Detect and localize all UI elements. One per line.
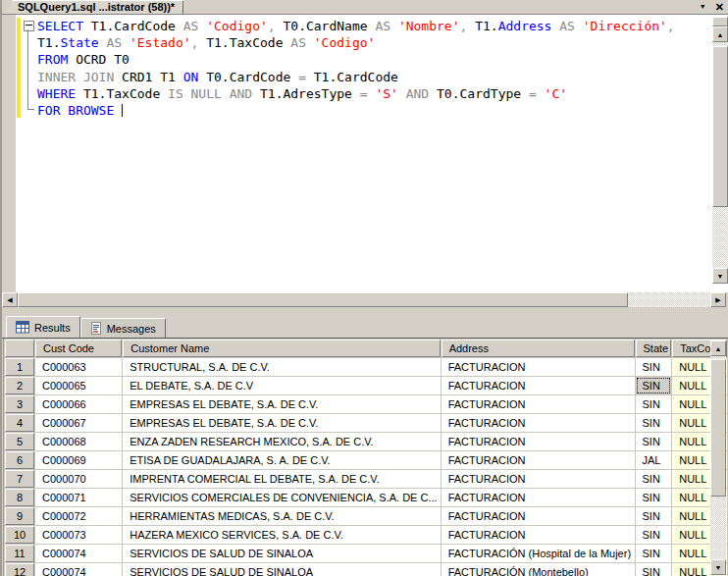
cell-state[interactable]: SIN bbox=[636, 358, 672, 376]
cell-state[interactable]: JAL bbox=[636, 451, 672, 469]
row-number-button[interactable]: 2 bbox=[5, 377, 34, 394]
cell-cust_code[interactable]: C000068 bbox=[35, 433, 122, 450]
row-number-button[interactable]: 7 bbox=[5, 470, 34, 488]
scrollbar-thumb[interactable] bbox=[712, 46, 728, 207]
tab-results[interactable]: Results bbox=[6, 316, 80, 338]
grid-corner-header[interactable] bbox=[5, 340, 34, 357]
window-list-dropdown-icon[interactable]: ▼ bbox=[700, 0, 706, 14]
cell-state[interactable]: SIN bbox=[636, 563, 672, 576]
editor-horizontal-scrollbar[interactable]: ◀ ▶ bbox=[2, 292, 726, 307]
column-header-cust_code[interactable]: Cust Code bbox=[35, 340, 122, 357]
scroll-up-icon[interactable]: ▲ bbox=[710, 340, 726, 356]
cell-state[interactable]: SIN bbox=[636, 545, 672, 562]
code-line[interactable]: FROM OCRD T0 bbox=[37, 51, 675, 68]
splitter-grip[interactable] bbox=[712, 17, 728, 26]
cell-state[interactable]: SIN bbox=[636, 470, 672, 488]
pane-splitter[interactable] bbox=[0, 307, 728, 315]
cell-cust_code[interactable]: C000063 bbox=[35, 358, 122, 376]
cell-customer_name[interactable]: HAZERA MEXICO SERVICES, S.A. DE C.V. bbox=[123, 526, 440, 544]
cell-customer_name[interactable]: IMPRENTA COMERCIAL EL DEBATE, S.A. DE C.… bbox=[123, 470, 440, 488]
cell-cust_code[interactable]: C000070 bbox=[35, 470, 122, 488]
cell-address[interactable]: FACTURACION bbox=[442, 526, 635, 544]
row-number-button[interactable]: 6 bbox=[5, 451, 34, 469]
grid-row: 3C000066EMPRESAS EL DEBATE, S.A. DE C.V.… bbox=[5, 395, 727, 413]
cell-cust_code[interactable]: C000069 bbox=[35, 451, 122, 469]
column-header-state[interactable]: State bbox=[636, 340, 672, 357]
grid-row: 8C000071SERVICIOS COMERCIALES DE CONVENI… bbox=[5, 489, 727, 506]
column-header-address[interactable]: Address bbox=[442, 340, 635, 357]
scrollbar-thumb[interactable] bbox=[710, 359, 726, 497]
code-line[interactable]: T1.State AS 'Estado', T1.TaxCode AS 'Cod… bbox=[37, 34, 675, 51]
tab-messages-label: Messages bbox=[107, 323, 156, 335]
cell-state[interactable]: SIN bbox=[636, 489, 672, 506]
window-left-border bbox=[0, 0, 2, 576]
scroll-down-icon[interactable]: ▼ bbox=[712, 268, 728, 284]
cell-customer_name[interactable]: EMPRESAS EL DEBATE, S.A. DE C.V. bbox=[123, 414, 440, 432]
outline-collapse-icon[interactable] bbox=[24, 21, 34, 31]
scroll-right-icon[interactable]: ▶ bbox=[710, 292, 726, 307]
row-number-button[interactable]: 3 bbox=[5, 395, 34, 413]
cell-customer_name[interactable]: STRUCTURAL, S.A. DE C.V. bbox=[123, 358, 440, 376]
cell-state[interactable]: SIN bbox=[636, 526, 672, 544]
tab-messages[interactable]: Messages bbox=[80, 318, 166, 338]
cell-customer_name[interactable]: SERVICIOS DE SALUD DE SINALOA bbox=[123, 563, 440, 576]
cell-customer_name[interactable]: ETISA DE GUADALAJARA, S. A. DE C.V. bbox=[123, 451, 440, 469]
grid-vertical-scrollbar[interactable]: ▲ ▼ bbox=[710, 340, 726, 575]
cell-address[interactable]: FACTURACION bbox=[442, 433, 635, 450]
cell-address[interactable]: FACTURACION bbox=[442, 395, 635, 413]
close-document-icon[interactable]: ✕ bbox=[715, 0, 724, 14]
code-line[interactable]: INNER JOIN CRD1 T1 ON T0.CardCode = T1.C… bbox=[37, 69, 675, 85]
cell-address[interactable]: FACTURACION bbox=[442, 470, 635, 488]
column-header-customer_name[interactable]: Customer Name bbox=[123, 340, 440, 357]
cell-address[interactable]: FACTURACIÓN (Hospital de la Mujer) bbox=[442, 545, 635, 562]
cell-customer_name[interactable]: SERVICIOS DE SALUD DE SINALOA bbox=[123, 545, 440, 562]
code-line[interactable]: SELECT T1.CardCode AS 'Codigo', T0.CardN… bbox=[37, 18, 675, 34]
scrollbar-thumb[interactable] bbox=[18, 292, 628, 307]
cell-state[interactable]: SIN bbox=[636, 377, 672, 394]
row-number-button[interactable]: 4 bbox=[5, 414, 34, 432]
cell-address[interactable]: FACTURACION bbox=[442, 489, 635, 506]
results-grid-icon bbox=[16, 321, 29, 334]
cell-customer_name[interactable]: EL DEBATE, S.A. DE C.V bbox=[123, 377, 440, 394]
sql-editor[interactable]: SELECT T1.CardCode AS 'Codigo', T0.CardN… bbox=[0, 14, 728, 292]
cell-state[interactable]: SIN bbox=[636, 507, 672, 525]
cell-customer_name[interactable]: SERVICIOS COMERCIALES DE CONVENIENCIA, S… bbox=[123, 489, 440, 506]
row-number-button[interactable]: 9 bbox=[5, 507, 34, 525]
scroll-up-icon[interactable]: ▲ bbox=[712, 26, 728, 42]
row-number-button[interactable]: 11 bbox=[5, 545, 34, 562]
cell-customer_name[interactable]: ENZA ZADEN RESEARCH MEXICO, S.A. DE C.V. bbox=[123, 433, 440, 450]
cell-customer_name[interactable]: EMPRESAS EL DEBATE, S.A. DE C.V. bbox=[123, 395, 440, 413]
document-tab[interactable]: SQLQuery1.sql ...istrator (58))* bbox=[4, 0, 183, 14]
row-number-button[interactable]: 10 bbox=[5, 526, 34, 544]
outline-guide-line bbox=[27, 29, 28, 109]
cell-cust_code[interactable]: C000072 bbox=[35, 507, 122, 525]
row-number-button[interactable]: 5 bbox=[5, 433, 34, 450]
cell-cust_code[interactable]: C000071 bbox=[35, 489, 122, 506]
cell-address[interactable]: FACTURACION bbox=[442, 451, 635, 469]
code-line[interactable]: WHERE T1.TaxCode IS NULL AND T1.AdresTyp… bbox=[37, 85, 675, 102]
cell-cust_code[interactable]: C000067 bbox=[35, 414, 122, 432]
cell-address[interactable]: FACTURACION bbox=[442, 507, 635, 525]
row-number-button[interactable]: 8 bbox=[5, 489, 34, 506]
cell-state[interactable]: SIN bbox=[636, 414, 672, 432]
row-number-button[interactable]: 12 bbox=[5, 563, 34, 576]
cell-address[interactable]: FACTURACION bbox=[442, 358, 635, 376]
cell-state[interactable]: SIN bbox=[636, 395, 672, 413]
cell-cust_code[interactable]: C000065 bbox=[35, 377, 122, 394]
scroll-left-icon[interactable]: ◀ bbox=[2, 292, 18, 307]
cell-cust_code[interactable]: C000066 bbox=[35, 395, 122, 413]
cell-address[interactable]: FACTURACION bbox=[442, 377, 635, 394]
cell-cust_code[interactable]: C000074 bbox=[35, 545, 122, 562]
editor-vertical-scrollbar[interactable]: ▲ ▼ bbox=[712, 17, 728, 284]
cell-address[interactable]: FACTURACIÓN (Montebello) bbox=[442, 563, 635, 576]
cell-state[interactable]: SIN bbox=[636, 433, 672, 450]
indicator-margin bbox=[0, 15, 16, 292]
cell-cust_code[interactable]: C000074 bbox=[35, 563, 122, 576]
row-number-button[interactable]: 1 bbox=[5, 358, 34, 376]
code-line[interactable]: FOR BROWSE bbox=[37, 102, 675, 119]
grid-row: 9C000072HERRAMIENTAS MEDICAS, S.A. DE C.… bbox=[5, 507, 727, 525]
scroll-down-icon[interactable]: ▼ bbox=[710, 559, 726, 575]
cell-address[interactable]: FACTURACION bbox=[442, 414, 635, 432]
cell-cust_code[interactable]: C000073 bbox=[35, 526, 122, 544]
cell-customer_name[interactable]: HERRAMIENTAS MEDICAS, S.A. DE C.V. bbox=[123, 507, 440, 525]
